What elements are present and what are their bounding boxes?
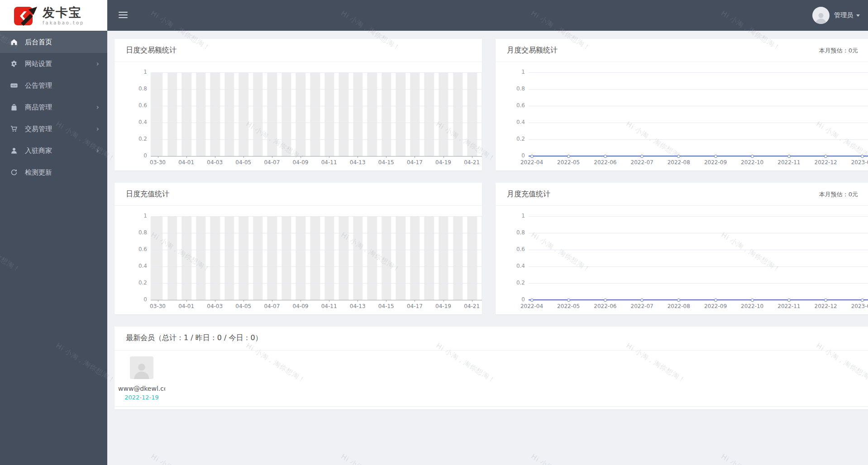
series-line bbox=[529, 299, 868, 300]
grid-line bbox=[529, 139, 868, 140]
x-axis-label: 04-07 bbox=[256, 159, 288, 166]
member-list-item: www@dkewl.com 2022-12-19 bbox=[118, 356, 165, 401]
chart-title-daily-transactions: 日度交易额统计 bbox=[126, 46, 176, 55]
x-axis-label: 2022-07 bbox=[626, 303, 658, 309]
grid-line bbox=[151, 89, 482, 90]
sidebar-item-label: 网站设置 bbox=[25, 60, 96, 68]
y-axis-label: 1 bbox=[507, 213, 525, 219]
user-dropdown[interactable]: 管理员 bbox=[812, 0, 860, 31]
data-point-marker bbox=[861, 299, 864, 302]
user-avatar bbox=[812, 7, 830, 24]
data-point-marker bbox=[567, 155, 570, 158]
data-point-marker bbox=[787, 155, 791, 158]
sidebar-item-1[interactable]: 网站设置› bbox=[0, 53, 107, 75]
x-axis-label: 04-17 bbox=[398, 303, 431, 309]
top-navbar: 管理员 bbox=[107, 0, 868, 31]
x-axis-label: 04-17 bbox=[398, 159, 431, 166]
sidebar-item-label: 入驻商家 bbox=[25, 147, 96, 155]
data-point-marker bbox=[530, 155, 534, 158]
y-axis-label: 1 bbox=[507, 69, 525, 75]
data-point-marker bbox=[787, 299, 791, 302]
grid-line bbox=[529, 250, 868, 250]
members-title: 最新会员（总计：1 / 昨日：0 / 今日：0） bbox=[126, 333, 262, 343]
grid-line bbox=[151, 266, 482, 267]
brand-logo: 发卡宝 fakabao.top bbox=[0, 0, 107, 31]
line-plot-area bbox=[529, 72, 868, 156]
x-axis-label: 2022-12 bbox=[810, 303, 842, 309]
x-axis-label: 2022-06 bbox=[589, 303, 621, 309]
x-axis-label: 04-11 bbox=[313, 303, 345, 309]
sidebar-item-3[interactable]: 商品管理› bbox=[0, 96, 107, 118]
grid-line bbox=[151, 139, 482, 140]
bar-plot-area bbox=[151, 72, 482, 156]
gear-icon bbox=[10, 60, 18, 68]
brand-domain: fakabao.top bbox=[43, 20, 84, 25]
grid-line bbox=[529, 123, 868, 123]
announcement-icon: NEW bbox=[10, 82, 18, 90]
y-axis-label: 0.4 bbox=[129, 263, 147, 269]
menu-toggle-button[interactable] bbox=[119, 12, 128, 19]
data-point-marker bbox=[604, 299, 607, 302]
data-point-marker bbox=[751, 155, 754, 158]
y-axis-label: 0.8 bbox=[129, 85, 147, 92]
x-axis-label: 04-07 bbox=[256, 303, 288, 309]
cart-icon bbox=[10, 125, 18, 133]
panel-latest-members: 最新会员（总计：1 / 昨日：0 / 今日：0） www@dkewl.com 2… bbox=[114, 327, 868, 409]
data-point-marker bbox=[567, 299, 570, 302]
y-axis-label: 0.6 bbox=[129, 102, 147, 109]
x-axis-label: 2022-07 bbox=[626, 159, 658, 166]
sidebar-item-0[interactable]: 后台首页 bbox=[0, 31, 107, 53]
member-avatar bbox=[130, 356, 153, 379]
x-axis-label: 2022-06 bbox=[589, 159, 621, 166]
merchant-icon bbox=[10, 147, 18, 155]
grid-line bbox=[151, 123, 482, 123]
main-content: 日度交易额统计 10.80.60.40.2003-3004-0104-0304-… bbox=[107, 31, 868, 465]
panel-monthly-transactions: 月度交易额统计 本月预估：0元 10.80.60.40.202022-04202… bbox=[496, 39, 868, 171]
x-axis-label: 2022-10 bbox=[736, 303, 768, 309]
x-axis-label: 2022-10 bbox=[736, 159, 768, 166]
brand-logo-icon bbox=[14, 4, 38, 27]
y-axis-label: 1 bbox=[129, 213, 147, 219]
divider bbox=[114, 406, 868, 407]
month-estimate-label: 本月预估：0元 bbox=[819, 190, 858, 199]
sidebar-item-label: 商品管理 bbox=[25, 103, 96, 112]
y-axis-label: 0.8 bbox=[507, 85, 525, 92]
x-axis-label: 2022-08 bbox=[663, 303, 695, 309]
sidebar-item-label: 交易管理 bbox=[25, 125, 96, 133]
panel-monthly-recharge: 月度充值统计 本月预估：0元 10.80.60.40.202022-042022… bbox=[496, 183, 868, 314]
data-point-marker bbox=[530, 299, 534, 302]
grid-line bbox=[151, 300, 482, 300]
grid-line bbox=[529, 233, 868, 233]
sidebar-item-6[interactable]: 检测更新 bbox=[0, 161, 107, 183]
x-axis-label: 04-13 bbox=[341, 159, 374, 166]
x-axis-label: 04-09 bbox=[284, 303, 317, 309]
grid-line bbox=[151, 283, 482, 284]
split-area-bands bbox=[151, 72, 482, 156]
x-axis-label: 2022-05 bbox=[552, 303, 585, 309]
daily-transactions-chart: 10.80.60.40.2003-3004-0104-0304-0504-070… bbox=[114, 62, 482, 171]
grid-line bbox=[529, 89, 868, 90]
y-axis-label: 0.2 bbox=[129, 280, 147, 286]
x-axis-label: 2022-11 bbox=[773, 303, 805, 309]
chart-title-monthly-transactions: 月度交易额统计 bbox=[507, 46, 558, 55]
daily-recharge-chart: 10.80.60.40.2003-3004-0104-0304-0504-070… bbox=[114, 206, 482, 314]
x-axis-label: 04-21 bbox=[456, 303, 482, 309]
sidebar-item-5[interactable]: 入驻商家› bbox=[0, 140, 107, 161]
monthly-recharge-chart: 10.80.60.40.202022-042022-052022-062022-… bbox=[496, 206, 868, 314]
chevron-right-icon: › bbox=[96, 60, 99, 67]
member-register-date: 2022-12-19 bbox=[118, 394, 165, 401]
y-axis-label: 1 bbox=[129, 69, 147, 75]
grid-line bbox=[151, 156, 482, 157]
chart-title-monthly-recharge: 月度充值统计 bbox=[507, 190, 550, 199]
x-axis-label: 04-19 bbox=[427, 303, 460, 309]
x-axis-label: 2022-11 bbox=[773, 159, 805, 166]
sidebar-item-4[interactable]: 交易管理› bbox=[0, 118, 107, 140]
monthly-transactions-chart: 10.80.60.40.202022-042022-052022-062022-… bbox=[496, 62, 868, 171]
grid-line bbox=[151, 216, 482, 217]
x-axis-label: 2022-05 bbox=[552, 159, 585, 166]
series-line bbox=[529, 156, 868, 157]
bar-plot-area bbox=[151, 216, 482, 300]
y-axis-label: 0.8 bbox=[507, 229, 525, 236]
sidebar-item-label: 后台首页 bbox=[25, 38, 99, 47]
sidebar-item-2[interactable]: NEW公告管理 bbox=[0, 75, 107, 96]
